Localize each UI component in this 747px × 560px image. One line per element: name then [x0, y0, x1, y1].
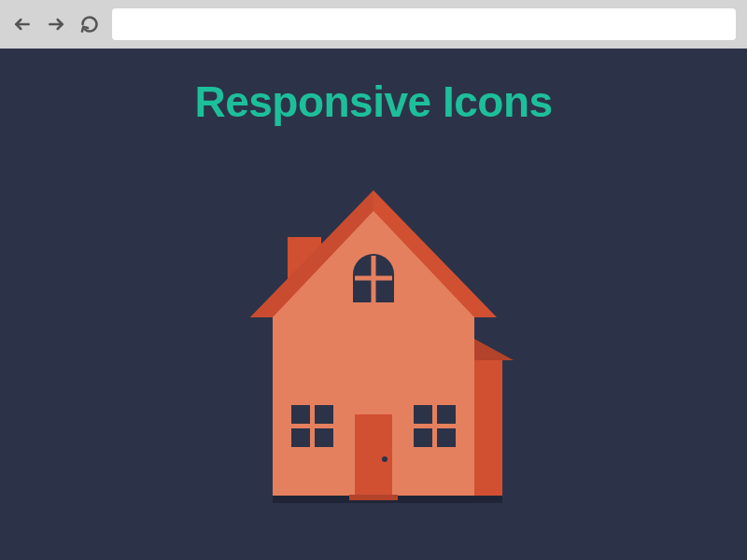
svg-rect-17: [437, 405, 456, 424]
svg-rect-13: [315, 405, 333, 424]
svg-rect-18: [414, 428, 432, 447]
address-input[interactable]: [112, 8, 736, 40]
svg-rect-12: [291, 405, 310, 424]
svg-rect-14: [291, 428, 310, 447]
back-icon[interactable]: [11, 13, 34, 35]
svg-rect-19: [437, 428, 456, 447]
svg-rect-15: [315, 428, 333, 447]
svg-rect-21: [349, 495, 398, 500]
house-illustration-icon: [215, 174, 532, 510]
forward-icon[interactable]: [45, 13, 67, 35]
page-content: Responsive Icons: [0, 49, 747, 560]
refresh-icon[interactable]: [78, 13, 101, 35]
browser-toolbar: [0, 0, 747, 49]
page-title: Responsive Icons: [194, 77, 552, 127]
svg-point-22: [382, 456, 388, 462]
svg-rect-16: [414, 405, 432, 424]
